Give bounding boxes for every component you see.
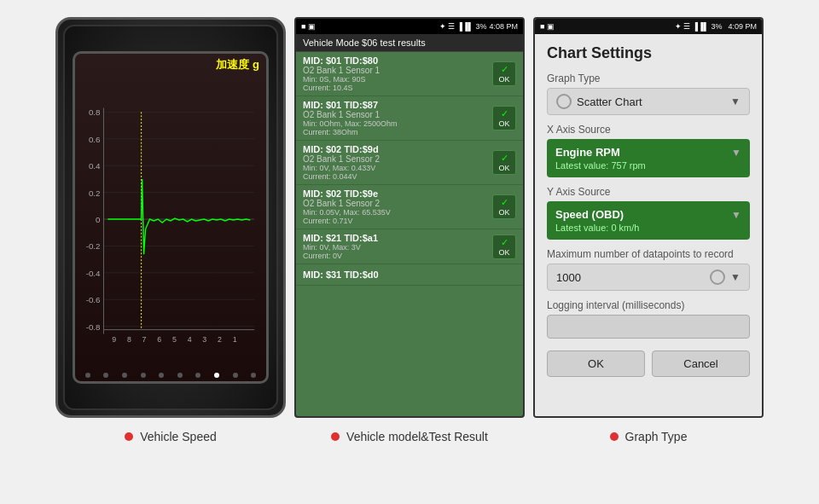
settings-status-time: 4:09 PM <box>728 22 757 31</box>
svg-text:1: 1 <box>233 335 237 344</box>
ok-button-4[interactable]: ✓OK <box>492 194 516 219</box>
test-item-title-6: MID: $31 TID:$d0 <box>303 269 516 280</box>
cancel-dialog-button[interactable]: Cancel <box>652 350 750 377</box>
max-datapoints-value: 1000 <box>556 271 705 284</box>
svg-text:6: 6 <box>157 335 161 344</box>
dot-8-active <box>214 373 219 378</box>
settings-status-icons-left: ■ ▣ <box>540 22 555 31</box>
dot-2 <box>103 373 108 378</box>
ok-dialog-button[interactable]: OK <box>547 350 645 377</box>
y-axis-source-box[interactable]: Speed (OBD) ▼ Latest value: 0 km/h <box>547 201 750 240</box>
svg-text:8: 8 <box>127 335 131 344</box>
dot-4 <box>141 373 146 378</box>
phone-frame-2: ■ ▣ ✦ ☰ ▐▐▌ 3% ✦ ⊕ ☰ ▐▐▌ 3% 4:08 PM 4:08… <box>294 17 525 418</box>
settings-title: Chart Settings <box>547 44 750 62</box>
phone-frame-3: ■ ▣ ✦ ☰ ▐▐▌ 3% 4:09 PM Chart Settings Gr… <box>533 17 764 418</box>
logging-interval-section: Logging interval (milliseconds) <box>547 299 750 339</box>
test-item-2: MID: $01 TID:$87 O2 Bank 1 Sensor 1 Min:… <box>296 96 523 141</box>
chart-area: 0.8 0.6 0.4 0.2 0 -0.2 -0.4 -0.6 -0.8 <box>75 72 266 369</box>
settings-status-bar: ■ ▣ ✦ ☰ ▐▐▌ 3% 4:09 PM <box>535 19 762 34</box>
dot-7 <box>195 373 200 378</box>
test-item-3: MID: $02 TID:$9d O2 Bank 1 Sensor 2 Min:… <box>296 141 523 185</box>
test-item-sub-3: O2 Bank 1 Sensor 2 <box>303 154 492 164</box>
graph-type-label: Graph Type <box>547 72 750 84</box>
test-item-values-4: Min: 0.05V, Max: 65.535VCurrent: 0.71V <box>303 208 492 225</box>
max-datapoints-dropdown[interactable]: 1000 ▼ <box>547 264 750 291</box>
svg-text:0.6: 0.6 <box>89 135 101 144</box>
svg-text:7: 7 <box>142 335 147 344</box>
logging-label: Logging interval (milliseconds) <box>547 299 750 311</box>
svg-text:0.4: 0.4 <box>89 161 101 171</box>
bottom-label-2: Vehicle model&Test Result <box>294 430 525 443</box>
svg-text:4: 4 <box>188 335 192 344</box>
graph-type-dropdown[interactable]: Scatter Chart ▼ <box>547 88 750 115</box>
test-item-4: MID: $02 TID:$9e O2 Bank 1 Sensor 2 Min:… <box>296 185 523 229</box>
test-item-title-1: MID: $01 TID:$80 <box>303 55 492 66</box>
status-bar-2: ■ ▣ ✦ ☰ ▐▐▌ 3% ✦ ⊕ ☰ ▐▐▌ 3% 4:08 PM 4:08… <box>296 19 523 34</box>
x-axis-value: Engine RPM <box>555 146 620 159</box>
ok-button-1[interactable]: ✓OK <box>492 61 516 86</box>
graph-type-section: Graph Type Scatter Chart ▼ <box>547 72 750 115</box>
test-item-title-4: MID: $02 TID:$9e <box>303 188 492 199</box>
ok-button-3[interactable]: ✓OK <box>492 150 516 175</box>
bottom-label-text-3: Graph Type <box>625 430 688 443</box>
test-item-title-5: MID: $21 TID:$a1 <box>303 233 492 243</box>
ok-button-5[interactable]: ✓OK <box>492 235 516 259</box>
svg-text:3: 3 <box>202 335 206 344</box>
svg-text:-0.4: -0.4 <box>86 269 101 278</box>
test-list: MID: $01 TID:$80 O2 Bank 1 Sensor 1 Min:… <box>296 52 523 416</box>
svg-text:-0.6: -0.6 <box>86 295 101 304</box>
y-axis-label: Y Axis Source <box>547 186 750 198</box>
test-item-sub-4: O2 Bank 1 Sensor 2 <box>303 199 492 208</box>
graph-type-value: Scatter Chart <box>577 96 725 108</box>
status-time-2-display: 4:08 PM <box>489 22 518 31</box>
svg-text:9: 9 <box>112 335 116 344</box>
x-axis-source-box[interactable]: Engine RPM ▼ Latest value: 757 rpm <box>547 139 750 177</box>
x-axis-section: X Axis Source Engine RPM ▼ Latest value:… <box>547 124 750 177</box>
svg-text:2: 2 <box>218 335 222 344</box>
dot-9 <box>233 373 238 378</box>
ok-button-2[interactable]: ✓OK <box>492 106 516 130</box>
chart-svg: 0.8 0.6 0.4 0.2 0 -0.2 -0.4 -0.6 -0.8 <box>78 76 263 366</box>
dot-6 <box>177 373 183 378</box>
logging-input[interactable] <box>547 315 750 339</box>
x-axis-label: X Axis Source <box>547 124 750 136</box>
test-item-values-1: Min: 0S, Max: 90SCurrent: 10.4S <box>303 75 492 92</box>
settings-status-left: ■ ▣ <box>540 22 555 31</box>
status-icons-right-2: ✦ ☰ ▐▐▌ 3% <box>439 22 487 31</box>
test-item-sub-1: O2 Bank 1 Sensor 1 <box>303 66 492 75</box>
y-axis-source-header: Speed (OBD) ▼ <box>555 208 741 221</box>
max-datapoints-section: Maximum number of datapoints to record 1… <box>547 248 750 291</box>
bottom-label-text-2: Vehicle model&Test Result <box>346 430 488 443</box>
test-item-5: MID: $21 TID:$a1 Min: 0V, Max: 3VCurrent… <box>296 229 523 264</box>
panel-vehicle-test: ■ ▣ ✦ ☰ ▐▐▌ 3% ✦ ⊕ ☰ ▐▐▌ 3% 4:08 PM 4:08… <box>294 17 525 418</box>
test-item-1: MID: $01 TID:$80 O2 Bank 1 Sensor 1 Min:… <box>296 52 523 96</box>
bottom-labels: Vehicle Speed Vehicle model&Test Result … <box>0 418 819 443</box>
test-item-info-5: MID: $21 TID:$a1 Min: 0V, Max: 3VCurrent… <box>303 233 492 260</box>
svg-text:0.2: 0.2 <box>89 188 101 198</box>
dot-1 <box>85 373 90 378</box>
chart-title: 加速度 g <box>75 54 266 72</box>
test-item-values-2: Min: 0Ohm, Max: 2500OhmCurrent: 38Ohm <box>303 119 492 136</box>
test-item-info-6: MID: $31 TID:$d0 <box>303 269 516 280</box>
test-item-info-3: MID: $02 TID:$9d O2 Bank 1 Sensor 2 Min:… <box>303 144 492 181</box>
bottom-label-1: Vehicle Speed <box>55 430 286 443</box>
graph-type-circle <box>556 94 572 109</box>
status-bar-left-2: ■ ▣ <box>301 22 316 31</box>
max-datapoints-chevron-icon: ▼ <box>730 271 741 283</box>
test-item-sub-2: O2 Bank 1 Sensor 1 <box>303 110 492 119</box>
bottom-label-3: Graph Type <box>533 430 764 443</box>
dot-3 <box>122 373 127 378</box>
graph-type-chevron-icon: ▼ <box>730 96 741 107</box>
svg-text:0: 0 <box>96 215 101 224</box>
svg-text:-0.8: -0.8 <box>86 322 101 332</box>
y-axis-latest: Latest value: 0 km/h <box>555 223 741 233</box>
y-axis-section: Y Axis Source Speed (OBD) ▼ Latest value… <box>547 186 750 240</box>
test-item-info-4: MID: $02 TID:$9e O2 Bank 1 Sensor 2 Min:… <box>303 188 492 225</box>
panel-chart-settings: ■ ▣ ✦ ☰ ▐▐▌ 3% 4:09 PM Chart Settings Gr… <box>533 17 764 418</box>
settings-status-right: ✦ ☰ ▐▐▌ 3% 4:09 PM <box>675 22 757 31</box>
status-bar-right-2: ✦ ☰ ▐▐▌ 3% ✦ ⊕ ☰ ▐▐▌ 3% 4:08 PM 4:08 PM <box>439 22 518 31</box>
y-axis-value: Speed (OBD) <box>555 208 624 221</box>
phone-frame-1: 加速度 g 0.8 0. <box>55 17 286 418</box>
test-item-title-2: MID: $01 TID:$87 <box>303 100 492 110</box>
